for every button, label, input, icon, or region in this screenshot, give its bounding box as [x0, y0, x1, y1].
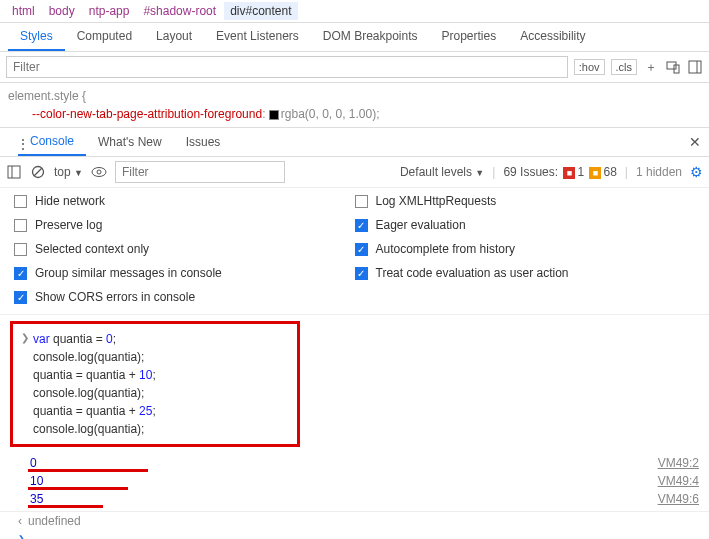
log-value: 35 [30, 492, 43, 506]
styles-filter-input[interactable] [6, 56, 568, 78]
styles-filter-bar: :hov .cls ＋ [0, 52, 709, 83]
hidden-count[interactable]: 1 hidden [636, 165, 682, 179]
checkbox-icon [14, 195, 27, 208]
setting-label: Hide network [35, 194, 105, 208]
live-expression-icon[interactable] [91, 164, 107, 180]
checkbox-icon [355, 195, 368, 208]
issues-counter[interactable]: 69 Issues: ■1 ■68 [503, 165, 616, 179]
log-levels-selector[interactable]: Default levels ▼ [400, 165, 484, 179]
checkbox-icon [14, 219, 27, 232]
setting-label: Treat code evaluation as user action [376, 266, 569, 280]
log-source-link[interactable]: VM49:6 [658, 492, 699, 506]
elements-tab[interactable]: Layout [144, 23, 204, 51]
return-value: ‹undefined [0, 512, 709, 530]
checkbox-icon: ✓ [355, 219, 368, 232]
checkbox-icon: ✓ [355, 243, 368, 256]
breadcrumb-item[interactable]: div#content [224, 2, 297, 20]
context-selector[interactable]: top ▼ [54, 165, 83, 179]
breadcrumb-item[interactable]: body [43, 2, 81, 20]
svg-rect-2 [689, 61, 701, 73]
console-output: 0VM49:210VM49:435VM49:6 [0, 453, 709, 512]
error-badge-icon: ■ [563, 167, 575, 179]
gear-icon[interactable]: ⚙ [690, 164, 703, 180]
setting-autocomplete-from-history[interactable]: ✓Autocomplete from history [355, 242, 696, 256]
checkbox-icon: ✓ [355, 267, 368, 280]
log-value: 10 [30, 474, 43, 488]
checkbox-icon: ✓ [14, 291, 27, 304]
code-body[interactable]: var quantia = 0; console.log(quantia); q… [33, 330, 156, 438]
setting-selected-context-only[interactable]: Selected context only [14, 242, 355, 256]
console-toolbar: top ▼ Default levels ▼ | 69 Issues: ■1 ■… [0, 157, 709, 188]
console-filter-input[interactable] [115, 161, 285, 183]
color-swatch-icon[interactable] [269, 110, 279, 120]
tab-whats-new[interactable]: What's New [86, 129, 174, 155]
console-log-row: 10VM49:4 [0, 473, 709, 489]
setting-hide-network[interactable]: Hide network [14, 194, 355, 208]
console-log-row: 35VM49:6 [0, 491, 709, 507]
console-log-row: 0VM49:2 [0, 455, 709, 471]
close-icon[interactable]: ✕ [681, 130, 709, 154]
chevron-left-icon: ‹ [18, 514, 22, 528]
log-source-link[interactable]: VM49:4 [658, 474, 699, 488]
setting-preserve-log[interactable]: Preserve log [14, 218, 355, 232]
console-input-block: ❯var quantia = 0; console.log(quantia); … [10, 321, 300, 447]
setting-log-xmlhttprequests[interactable]: Log XMLHttpRequests [355, 194, 696, 208]
elements-tab[interactable]: Event Listeners [204, 23, 311, 51]
setting-label: Group similar messages in console [35, 266, 222, 280]
device-icon[interactable] [665, 59, 681, 75]
elements-subtabs: StylesComputedLayoutEvent ListenersDOM B… [0, 23, 709, 52]
setting-show-cors-errors-in-console[interactable]: ✓Show CORS errors in console [14, 290, 355, 304]
chevron-right-icon: ❯ [21, 330, 33, 345]
svg-point-9 [97, 170, 101, 174]
setting-label: Log XMLHttpRequests [376, 194, 497, 208]
hov-toggle[interactable]: :hov [574, 59, 605, 75]
svg-line-7 [34, 168, 42, 176]
breadcrumb: htmlbodyntp-app#shadow-rootdiv#content [0, 0, 709, 23]
clear-console-icon[interactable] [30, 164, 46, 180]
kebab-icon[interactable]: ⋮ [4, 136, 42, 152]
checkbox-icon [14, 243, 27, 256]
breadcrumb-item[interactable]: ntp-app [83, 2, 136, 20]
elements-tab[interactable]: Accessibility [508, 23, 597, 51]
setting-group-similar-messages-in-console[interactable]: ✓Group similar messages in console [14, 266, 355, 280]
plus-icon[interactable]: ＋ [643, 59, 659, 75]
log-source-link[interactable]: VM49:2 [658, 456, 699, 470]
panel-icon[interactable] [687, 59, 703, 75]
warning-badge-icon: ■ [589, 167, 601, 179]
sidebar-toggle-icon[interactable] [6, 164, 22, 180]
setting-label: Preserve log [35, 218, 102, 232]
css-property-row[interactable]: --color-new-tab-page-attribution-foregro… [8, 105, 701, 123]
checkbox-icon: ✓ [14, 267, 27, 280]
setting-label: Show CORS errors in console [35, 290, 195, 304]
cls-toggle[interactable]: .cls [611, 59, 638, 75]
selector-line: element.style { [8, 87, 701, 105]
svg-rect-4 [8, 166, 20, 178]
console-settings: Hide networkPreserve logSelected context… [0, 188, 709, 315]
elements-tab[interactable]: Styles [8, 23, 65, 51]
elements-tab[interactable]: Computed [65, 23, 144, 51]
elements-tab[interactable]: Properties [430, 23, 509, 51]
breadcrumb-item[interactable]: html [6, 2, 41, 20]
setting-eager-evaluation[interactable]: ✓Eager evaluation [355, 218, 696, 232]
styles-pane: element.style { --color-new-tab-page-att… [0, 83, 709, 128]
svg-point-8 [92, 168, 106, 177]
drawer-tabs: ⋮ Console What's New Issues ✕ [0, 128, 709, 157]
console-prompt[interactable]: ❯ [0, 530, 709, 539]
setting-label: Autocomplete from history [376, 242, 515, 256]
breadcrumb-item[interactable]: #shadow-root [137, 2, 222, 20]
setting-label: Eager evaluation [376, 218, 466, 232]
tab-issues[interactable]: Issues [174, 129, 233, 155]
elements-tab[interactable]: DOM Breakpoints [311, 23, 430, 51]
setting-label: Selected context only [35, 242, 149, 256]
setting-treat-code-evaluation-as-user-action[interactable]: ✓Treat code evaluation as user action [355, 266, 696, 280]
log-value: 0 [30, 456, 37, 470]
